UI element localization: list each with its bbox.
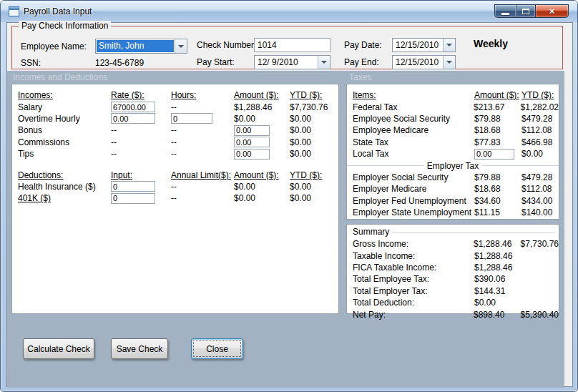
salary-rate-input[interactable] bbox=[111, 102, 155, 112]
tax-label: Federal Tax bbox=[353, 102, 474, 112]
summary-amount: $1,288.46 bbox=[474, 251, 521, 261]
input-cell bbox=[111, 181, 171, 192]
income-ytd: $0.00 bbox=[290, 137, 338, 147]
income-ytd: $0.00 bbox=[290, 114, 338, 124]
ytd-header: YTD ($): bbox=[290, 170, 338, 180]
taxes-panel: Items: Amount ($): YTD ($): Federal Tax … bbox=[346, 84, 559, 220]
ssn-value: 123-45-6789 bbox=[95, 58, 144, 68]
tax-ytd: $479.28 bbox=[521, 114, 559, 124]
summary-amount: $144.31 bbox=[474, 286, 521, 296]
summary-row-total-employer-tax: Total Employer Tax: $144.31 bbox=[353, 285, 559, 297]
tax-row-employer-state-unemp: Employer State Unemployment $11.15 $140.… bbox=[353, 207, 559, 218]
income-row-commissions: Commissions -- -- $0.00 bbox=[18, 137, 338, 148]
tax-label: State Tax bbox=[353, 137, 474, 147]
overtime-rate-input[interactable] bbox=[111, 113, 155, 124]
pay-end-picker[interactable]: 12/15/2010 bbox=[392, 55, 456, 69]
income-amount: $0.00 bbox=[234, 114, 290, 124]
annual-limit-header: Annual Limit($): bbox=[171, 170, 234, 180]
employee-name-label: Employee Name: bbox=[21, 41, 87, 52]
payroll-window: Payroll Data Input × Pay Check Informati… bbox=[0, 0, 578, 392]
tax-row-local: Local Tax $0.00 bbox=[353, 148, 559, 160]
rate-cell bbox=[111, 102, 171, 112]
income-amount: $1,288.46 bbox=[234, 102, 290, 112]
tax-row-emp-ss: Employee Social Security $79.88 $479.28 bbox=[353, 113, 559, 124]
dropdown-button[interactable] bbox=[175, 39, 187, 53]
dropdown-button[interactable] bbox=[318, 56, 330, 69]
summary-label: Gross Income: bbox=[353, 239, 474, 249]
overtime-hours-input[interactable] bbox=[171, 113, 212, 124]
dropdown-button[interactable] bbox=[443, 56, 455, 69]
client-area: Pay Check Information Employee Name: Smi… bbox=[6, 22, 573, 387]
tax-amount: $18.68 bbox=[474, 125, 521, 135]
summary-label: Net Pay: bbox=[353, 310, 474, 320]
close-window-button[interactable]: × bbox=[536, 4, 569, 18]
amount-header: Amount ($): bbox=[474, 90, 521, 100]
tax-amount: $79.88 bbox=[474, 172, 521, 182]
deduction-row-401k: 401K ($) -- $0.00 $0.00 bbox=[18, 192, 338, 204]
income-rate: -- bbox=[111, 137, 171, 147]
chevron-down-icon bbox=[446, 61, 452, 64]
maximize-button[interactable] bbox=[516, 4, 536, 18]
dropdown-button[interactable] bbox=[443, 39, 455, 52]
pay-date-picker[interactable]: 12/15/2010 bbox=[392, 38, 456, 52]
close-button[interactable]: Close bbox=[191, 338, 243, 359]
income-hours: -- bbox=[171, 149, 234, 159]
income-hours: -- bbox=[171, 137, 234, 147]
pay-start-picker[interactable]: 12/ 9/2010 bbox=[254, 55, 330, 69]
401k-input[interactable] bbox=[111, 193, 155, 204]
income-label: Tips bbox=[18, 149, 111, 159]
summary-panel: Summary Gross Income: $1,288.46 $7,730.7… bbox=[346, 224, 559, 314]
deduction-limit: -- bbox=[171, 182, 234, 192]
tax-ytd: $112.08 bbox=[521, 184, 559, 194]
main-panel: Incomes and Deductions Taxes Incomes: Ra… bbox=[7, 71, 564, 388]
tax-ytd: $466.98 bbox=[521, 137, 559, 147]
incomes-header: Incomes: bbox=[18, 90, 111, 100]
maximize-icon bbox=[522, 9, 529, 14]
tax-amount: $213.67 bbox=[474, 102, 521, 112]
tax-row-emp-medicare: Employee Medicare $18.68 $112.08 bbox=[353, 124, 559, 136]
amount-cell bbox=[234, 149, 290, 160]
check-number-label: Check Number: bbox=[197, 40, 256, 50]
tips-amount-input[interactable] bbox=[234, 149, 270, 160]
title-bar[interactable]: Payroll Data Input × bbox=[1, 1, 577, 22]
local-tax-input[interactable] bbox=[474, 149, 514, 160]
deduction-401k-link[interactable]: 401K ($) bbox=[18, 193, 111, 203]
caption-buttons: × bbox=[494, 4, 569, 18]
deduction-ytd: $0.00 bbox=[290, 193, 338, 203]
tax-label: Employer State Unemployment bbox=[353, 207, 474, 217]
check-number-input[interactable] bbox=[254, 38, 330, 52]
income-ytd: $7,730.76 bbox=[290, 102, 338, 112]
summary-caption-row: Summary bbox=[347, 225, 559, 237]
health-insurance-input[interactable] bbox=[111, 181, 155, 192]
income-label: Overtime Hourly bbox=[18, 114, 111, 124]
amount-cell bbox=[474, 149, 521, 160]
income-ytd: $0.00 bbox=[290, 125, 338, 135]
income-row-bonus: Bonus -- -- $0.00 bbox=[18, 124, 338, 136]
employee-name-select[interactable]: Smith, John bbox=[95, 39, 187, 54]
tax-row-federal: Federal Tax $213.67 $1,282.02 bbox=[353, 101, 559, 112]
summary-row-total-employee-tax: Total Employee Tax: $390.06 bbox=[353, 273, 559, 285]
minimize-button[interactable] bbox=[494, 4, 516, 18]
tax-label: Employer Social Security bbox=[353, 172, 474, 182]
tax-amount: $34.60 bbox=[474, 196, 521, 206]
summary-row-net-pay: Net Pay: $898.40 $5,390.40 bbox=[353, 308, 559, 320]
summary-label: Total Employee Tax: bbox=[353, 274, 474, 284]
employer-tax-label: Employer Tax bbox=[423, 161, 482, 171]
income-rate: -- bbox=[111, 149, 171, 159]
tax-label: Local Tax bbox=[353, 149, 474, 159]
input-cell bbox=[111, 193, 171, 204]
ytd-header: YTD ($): bbox=[290, 90, 338, 100]
tax-row-employer-fed-unemp: Employer Fed Unemployment $34.60 $434.00 bbox=[353, 195, 559, 207]
income-rate: -- bbox=[111, 125, 171, 135]
income-row-tips: Tips -- -- $0.00 bbox=[18, 148, 338, 160]
rate-cell bbox=[111, 113, 171, 124]
save-check-button[interactable]: Save Check bbox=[111, 338, 168, 359]
paycheck-info-group: Pay Check Information Employee Name: Smi… bbox=[11, 26, 563, 69]
pay-date-value: 12/15/2010 bbox=[393, 39, 443, 52]
calculate-check-button[interactable]: Calculate Check bbox=[23, 338, 94, 359]
bonus-amount-input[interactable] bbox=[234, 125, 270, 136]
deduction-amount: $0.00 bbox=[234, 193, 290, 203]
commissions-amount-input[interactable] bbox=[234, 137, 270, 147]
employer-tax-divider: Employer Tax bbox=[347, 160, 559, 171]
deduction-ytd: $0.00 bbox=[290, 182, 338, 192]
